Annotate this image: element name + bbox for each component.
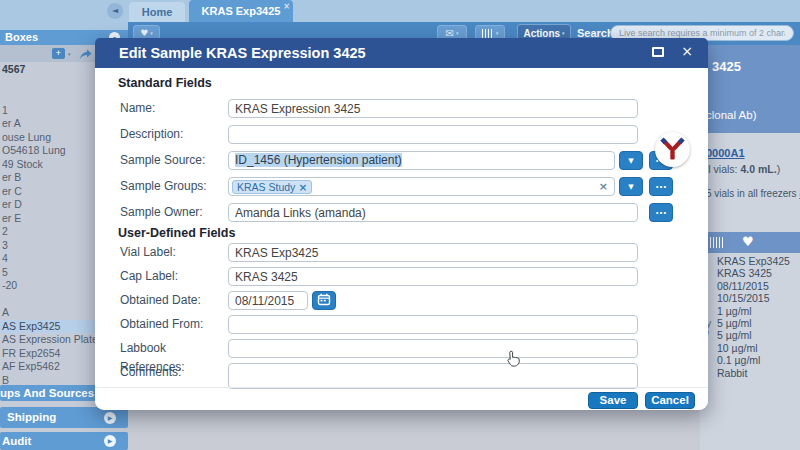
field-row-obtained-from: Obtained From:	[120, 315, 683, 334]
tab-label: KRAS Exp3425	[202, 5, 281, 17]
sample-detail-panel: 3425 clonal Ab) 0000A1 ll vials: 4.0 mL.…	[700, 45, 800, 450]
sample-source-dropdown-button[interactable]: ▼	[619, 151, 643, 170]
sample-id-link[interactable]: 0000A1	[706, 147, 745, 159]
barcode-icon	[710, 237, 724, 248]
section-label: Shipping	[7, 411, 56, 423]
actions-label: Actions	[523, 28, 560, 39]
detail-values: KRAS Exp3425 KRAS 3425 08/11/2015 10/15/…	[700, 255, 800, 379]
detail-subtitle-fragment: clonal Ab)	[706, 109, 757, 121]
detail-value: 10/15/2015	[700, 292, 800, 304]
antibody-type-badge	[655, 132, 690, 167]
sample-groups-dropdown-button[interactable]: ▼	[619, 177, 643, 196]
obtained-from-label: Obtained From:	[120, 315, 224, 334]
chevron-down-icon: ▾	[68, 51, 71, 57]
detail-info: 0000A1 ll vials: 4.0 mL.) 5 vials in all…	[700, 133, 800, 232]
app-window: ◄ Home KRAS Exp3425 × ♥ ▾ ✉ ▾ ▾ Actions …	[0, 0, 800, 450]
heart-icon[interactable]: ♥	[742, 234, 754, 249]
tab-close-icon[interactable]: ×	[283, 0, 290, 18]
expand-arrow-icon: ▶	[104, 435, 116, 447]
sample-owner-label: Sample Owner:	[120, 203, 224, 222]
calendar-icon	[317, 293, 331, 306]
sidebar-section-shipping[interactable]: Shipping ▶	[0, 407, 128, 428]
calendar-button[interactable]	[312, 291, 336, 310]
description-input[interactable]	[228, 125, 638, 144]
description-label: Description:	[120, 125, 224, 144]
freezers-text: 5 vials in all freezers 8 (8 a	[706, 188, 800, 199]
add-box-button[interactable]: +	[52, 48, 65, 59]
section-label: ups And Sources	[0, 387, 94, 399]
sample-owner-more-button[interactable]: …	[649, 203, 673, 222]
dialog-footer: Save Cancel	[95, 387, 708, 410]
maximize-icon[interactable]	[652, 47, 664, 57]
chevron-down-icon: ▾	[150, 30, 153, 36]
obtained-date-label: Obtained Date:	[120, 291, 224, 310]
dialog-title: Edit Sample KRAS Expression 3425	[119, 45, 366, 61]
dialog-body: Standard Fields Name: Description: Sampl…	[95, 68, 708, 410]
clear-field-icon[interactable]: ×	[599, 180, 608, 193]
dialog-header[interactable]: Edit Sample KRAS Expression 3425 ×	[95, 38, 708, 68]
sample-owner-input[interactable]	[228, 203, 638, 222]
field-row-sample-source: Sample Source: ID_1456 (Hypertension pat…	[120, 151, 683, 170]
detail-value: /5 µg/ml	[700, 329, 800, 341]
field-row-cap-label: Cap Label:	[120, 267, 683, 286]
vials-volume-text: ll vials: 4.0 mL.)	[706, 163, 780, 175]
standard-fields-header: Standard Fields	[118, 76, 212, 90]
cancel-button[interactable]: Cancel	[645, 392, 695, 409]
sample-groups-more-button[interactable]: …	[649, 177, 673, 196]
field-row-comments: Comments:	[120, 363, 683, 382]
antibody-icon	[655, 132, 690, 167]
group-tag: KRAS Study×	[232, 180, 312, 194]
comments-textarea[interactable]	[228, 363, 638, 389]
detail-value: KRAS 3425	[700, 267, 800, 279]
detail-value: 0.1 µg/ml	[700, 354, 800, 366]
sidebar-section-audit[interactable]: Audit ▶	[0, 432, 128, 450]
name-label: Name:	[120, 99, 224, 118]
vial-label-label: Vial Label:	[120, 243, 224, 262]
detail-header: 3425 clonal Ab)	[700, 45, 800, 133]
cap-label-input[interactable]	[228, 267, 638, 286]
close-icon[interactable]: ×	[681, 43, 693, 59]
back-button[interactable]: ◄	[107, 3, 123, 19]
field-row-description: Description:	[120, 125, 683, 144]
barcode-icon	[482, 29, 494, 38]
heart-icon: ♥	[140, 28, 148, 38]
section-label: Audit	[2, 435, 31, 447]
detail-value: 08/11/2015	[700, 280, 800, 292]
sidebar-top-strip	[0, 22, 128, 30]
cap-label-label: Cap Label:	[120, 267, 224, 286]
detail-title-fragment: 3425	[712, 59, 741, 74]
field-row-obtained-date: Obtained Date:	[120, 291, 683, 310]
save-button[interactable]: Save	[588, 392, 638, 409]
envelope-icon: ✉	[446, 28, 454, 39]
name-input[interactable]	[228, 99, 638, 118]
sample-source-label: Sample Source:	[120, 151, 224, 170]
tag-remove-icon[interactable]: ×	[298, 181, 307, 193]
edit-sample-dialog: Edit Sample KRAS Expression 3425 × Stand…	[95, 38, 708, 410]
detail-value: 1 µg/ml	[700, 305, 800, 317]
sample-groups-input[interactable]: KRAS Study× ×	[228, 177, 615, 196]
detail-value: y5 µg/ml	[700, 317, 800, 329]
field-row-name: Name:	[120, 99, 683, 118]
field-row-sample-owner: Sample Owner: …	[120, 203, 683, 222]
vial-label-input[interactable]	[228, 243, 638, 262]
field-row-vial-label: Vial Label:	[120, 243, 683, 262]
obtained-date-input[interactable]	[228, 291, 308, 310]
detail-value: Rabbit	[700, 367, 800, 379]
tab-home[interactable]: Home	[129, 2, 185, 22]
detail-value: KRAS Exp3425	[700, 255, 800, 267]
user-defined-fields-header: User-Defined Fields	[118, 226, 235, 240]
sample-source-input[interactable]: ID_1456 (Hypertension patient)	[228, 151, 615, 170]
chevron-down-icon: ▾	[562, 30, 565, 36]
chevron-down-icon: ▾	[456, 30, 459, 36]
top-tab-bar: ◄ Home KRAS Exp3425 ×	[0, 0, 800, 22]
field-row-labbook-references: Labbook References:	[120, 339, 683, 358]
sample-groups-label: Sample Groups:	[120, 177, 224, 196]
boxes-title: Boxes	[5, 31, 38, 43]
chevron-down-icon: ▾	[496, 30, 499, 36]
detail-icon-bar: ♥	[700, 232, 800, 253]
labbook-references-input[interactable]	[228, 339, 638, 358]
obtained-from-input[interactable]	[228, 315, 638, 334]
tab-kras-exp3425[interactable]: KRAS Exp3425 ×	[189, 0, 293, 22]
detail-value: 10 µg/ml	[700, 342, 800, 354]
comments-label: Comments:	[120, 363, 224, 382]
